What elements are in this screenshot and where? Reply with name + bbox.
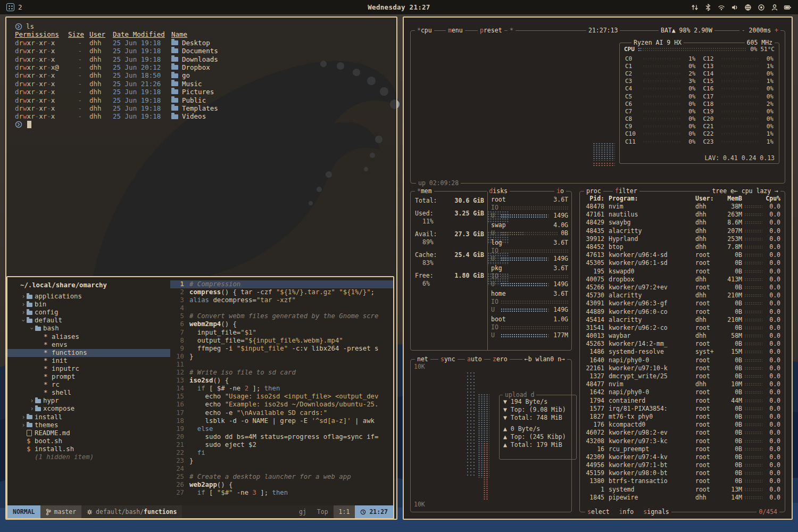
process-row[interactable]: 46072 kworker/u98:2-ev root 0B 0.0 bbox=[580, 429, 785, 437]
process-row[interactable]: 1845 pipewire dhh 14M 0.0 bbox=[580, 494, 785, 502]
select-action[interactable]: select bbox=[587, 508, 610, 516]
process-row[interactable]: 45159 kworker/u98:0-bt root 0B 0.0 bbox=[580, 469, 785, 477]
record-icon[interactable] bbox=[757, 3, 765, 11]
process-row[interactable]: 1577 irq/81-PIXA3854: root 0B 0.0 bbox=[580, 405, 785, 413]
process-row[interactable]: 45266 kworker/u97:2+ev root 0B 0.0 bbox=[580, 284, 785, 292]
interval-control[interactable]: - 2000ms + bbox=[739, 27, 780, 35]
process-row[interactable]: 40013 waybar dhh 58M 0.0 bbox=[580, 332, 785, 340]
workspace-icon[interactable] bbox=[6, 3, 14, 11]
net-tab[interactable]: net bbox=[415, 355, 430, 363]
process-row[interactable]: 22161 kworker/u97:10-k root 0B 0.0 bbox=[580, 364, 785, 372]
tree-item[interactable]: shell bbox=[7, 389, 170, 397]
process-row[interactable]: 1 systemd root 13M 0.0 bbox=[580, 486, 785, 494]
tree-item[interactable]: xcompose bbox=[7, 405, 170, 413]
core-row: C16 0% bbox=[703, 85, 774, 93]
tree-item[interactable]: functions bbox=[7, 349, 170, 357]
code-text: } bbox=[189, 353, 193, 361]
cpu-graph bbox=[593, 143, 615, 161]
process-row[interactable]: 31541 kworker/u96:2-co root 0B 0.0 bbox=[580, 324, 785, 332]
process-row[interactable]: 48452 btop dhh 7.8M 0.0 bbox=[580, 243, 785, 251]
code-editor[interactable]: 1 # Compression 2 compress() { tar -czf … bbox=[170, 277, 393, 505]
tree-item[interactable]: boot.sh bbox=[7, 437, 170, 445]
process-row[interactable]: 176 kcompactd0 root 0B 0.0 bbox=[580, 421, 785, 429]
file-name: Downloads bbox=[182, 55, 218, 63]
tree-item[interactable]: rc bbox=[7, 381, 170, 389]
process-header[interactable]: Pid: Program: User: MemB Cpu% bbox=[580, 195, 785, 203]
file-path[interactable]: default/bash/functions bbox=[81, 505, 182, 518]
process-row[interactable]: 1827 mt76-tx phy0 root 0B 0.0 bbox=[580, 413, 785, 421]
tree-item[interactable]: applications bbox=[7, 293, 170, 301]
process-row[interactable]: 16 rcu_preempt root 0B 0.0 bbox=[580, 445, 785, 453]
process-row[interactable]: 44956 kworker/u97:1-bt root 0B 0.0 bbox=[580, 461, 785, 469]
cpu-tab[interactable]: *cpu bbox=[415, 27, 434, 35]
info-action[interactable]: info bbox=[619, 508, 634, 516]
signals-action[interactable]: signals bbox=[643, 508, 669, 516]
neovim-window[interactable]: ~/.local/share/omarchy applications bin … bbox=[6, 276, 394, 519]
tree-item[interactable]: install bbox=[7, 413, 170, 421]
prompt-line-empty[interactable] bbox=[15, 121, 396, 128]
tree-item[interactable]: aliases bbox=[7, 333, 170, 341]
process-row[interactable]: 48478 nvim dhh 38M 0.0 bbox=[580, 203, 785, 211]
tree-item[interactable]: (1 hidden item) bbox=[7, 453, 170, 461]
tree-item[interactable]: install.sh bbox=[7, 445, 170, 453]
file-type-icon bbox=[35, 399, 43, 403]
process-row[interactable]: 43208 kworker/u97:3-kc root 0B 0.0 bbox=[580, 437, 785, 445]
process-row[interactable]: 1794 containerd root 44M 0.0 bbox=[580, 397, 785, 405]
process-row[interactable]: 1486 systemd-resolve syst+ 15M 0.0 bbox=[580, 348, 785, 356]
btop-window[interactable]: *cpu menu preset * 21:27:13 BAT▲ 98% 2.9… bbox=[403, 16, 793, 520]
tree-item[interactable]: envs bbox=[7, 341, 170, 349]
net-auto-tab[interactable]: auto bbox=[465, 355, 484, 363]
tree-item[interactable]: default bbox=[7, 317, 170, 325]
clock[interactable]: Wednesday 21:27 bbox=[123, 3, 675, 11]
process-row[interactable]: 48429 swaybg dhh 8.6M 0.0 bbox=[580, 219, 785, 227]
net-zero-tab[interactable]: zero bbox=[491, 355, 510, 363]
process-row[interactable]: 45414 alacritty dhh 210M 0.0 bbox=[580, 316, 785, 324]
bluetooth-icon[interactable] bbox=[704, 3, 712, 11]
account-icon[interactable] bbox=[770, 3, 778, 11]
wifi-icon[interactable] bbox=[717, 3, 725, 11]
net-interface[interactable]: ←b wlan0 n→ bbox=[522, 355, 567, 363]
tree-item-label: config bbox=[35, 309, 58, 317]
filter-tab[interactable]: filter bbox=[613, 187, 639, 195]
tree-item[interactable]: README.md bbox=[7, 429, 170, 437]
tree-item[interactable]: prompt bbox=[7, 373, 170, 381]
process-row[interactable]: 45730 alacritty dhh 210M 0.0 bbox=[580, 292, 785, 300]
mem-tab[interactable]: *mem bbox=[415, 187, 434, 195]
process-row[interactable]: 43091 kworker/u96:3-gf root 0B 0.0 bbox=[580, 300, 785, 307]
battery-icon[interactable] bbox=[784, 3, 792, 11]
process-row[interactable]: 47161 nautilus dhh 263M 0.0 bbox=[580, 211, 785, 219]
proc-tab[interactable]: proc bbox=[584, 187, 603, 195]
process-row[interactable]: 1327 dmcrypt_write/25 root 0B 0.0 bbox=[580, 372, 785, 380]
cpu-mini-graph bbox=[744, 213, 762, 217]
process-row[interactable]: 195 kswapd0 root 0B 0.0 bbox=[580, 268, 785, 276]
process-row[interactable]: 48477 nvim dhh 10M 0.0 bbox=[580, 380, 785, 388]
workspace-number[interactable]: 2 bbox=[18, 3, 22, 11]
process-row[interactable]: 40075 dropbox dhh 413M 0.0 bbox=[580, 276, 785, 284]
sync-icon[interactable] bbox=[691, 3, 699, 11]
process-row[interactable]: 1640 napi/phy0-0 root 0B 0.0 bbox=[580, 356, 785, 364]
preset-button[interactable]: preset bbox=[478, 27, 504, 35]
tree-item[interactable]: themes bbox=[7, 421, 170, 429]
process-row[interactable]: 1642 napi/phy0-0 root 0B 0.0 bbox=[580, 388, 785, 396]
process-row[interactable]: 1380 btrfs-transactio root 0B 0.0 bbox=[580, 477, 785, 485]
process-row[interactable]: 47613 kworker/u96:4-sd root 0B 0.0 bbox=[580, 251, 785, 259]
proc-options[interactable]: tree e← cpu lazy → bbox=[710, 187, 780, 195]
tree-item[interactable]: init bbox=[7, 357, 170, 365]
process-row[interactable]: 39912 Hyprland dhh 253M 0.0 bbox=[580, 235, 785, 243]
process-row[interactable]: 45305 kworker/u96:1-sd root 0B 0.0 bbox=[580, 259, 785, 267]
network-icon[interactable] bbox=[744, 3, 752, 11]
volume-icon[interactable] bbox=[730, 3, 738, 11]
process-row[interactable]: 45263 kworker/14:2-mm_ root 0B 0.0 bbox=[580, 340, 785, 348]
tree-item[interactable]: bin bbox=[7, 301, 170, 309]
tree-item[interactable]: hypr bbox=[7, 397, 170, 405]
tree-item[interactable]: inputrc bbox=[7, 365, 170, 373]
process-row[interactable]: 48435 alacritty dhh 207M 0.0 bbox=[580, 227, 785, 235]
menu-button[interactable]: menu bbox=[446, 27, 465, 35]
tree-item[interactable]: bash bbox=[7, 325, 170, 332]
tree-item[interactable]: config bbox=[7, 309, 170, 317]
process-row[interactable]: 42309 kworker/u97:4-kv root 0B 0.0 bbox=[580, 453, 785, 461]
net-sync-tab[interactable]: sync bbox=[438, 355, 458, 363]
network-panel: net sync auto zero ←b wlan0 n→ 10K 10K u… bbox=[410, 359, 572, 512]
git-branch[interactable]: master bbox=[40, 505, 82, 518]
process-row[interactable]: 44889 kworker/u96:0-co root 0B 0.0 bbox=[580, 307, 785, 315]
